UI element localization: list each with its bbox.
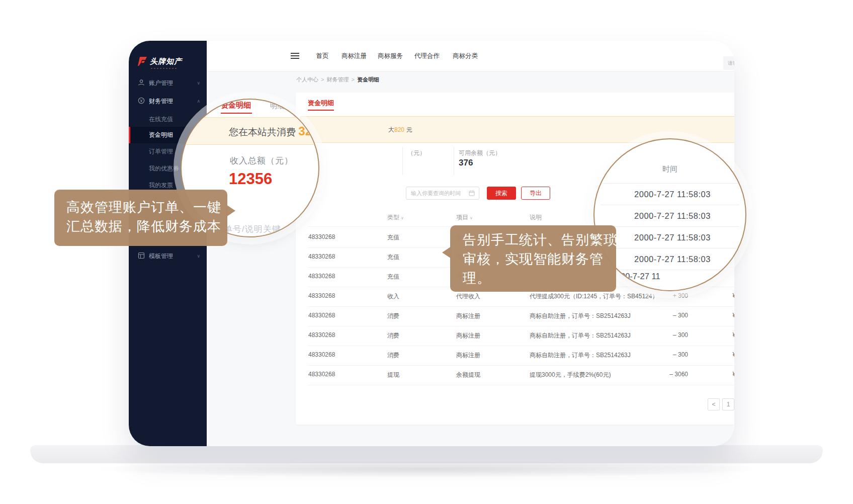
magnifier-circle-right: 时间 2000-7-27 11:58:03 2000-7-27 11:58:03… [593, 138, 746, 291]
nav-item-trademark-register[interactable]: 商标注册 [339, 41, 369, 71]
breadcrumb-current: 资金明细 [357, 76, 379, 82]
sort-caret-icon: ∨ [470, 216, 473, 220]
pagination-prev-button[interactable]: < [708, 398, 720, 410]
active-indicator-bar [129, 127, 130, 143]
calendar-icon [469, 190, 475, 196]
magnified-notice-bar: 您在本站共消费 32124 [181, 117, 319, 145]
breadcrumb-personal-center[interactable]: 个人中心 [296, 76, 318, 82]
magnified-time-value: 2000-7-27 11:58:03 [615, 255, 730, 265]
breadcrumb-finance[interactable]: 财务管理 [326, 76, 349, 82]
notice-text-fragment: 大820 元 [388, 126, 412, 134]
nav-item-home[interactable]: 首页 [312, 41, 332, 71]
col-header-type[interactable]: 类型∨ [387, 213, 404, 222]
callout-text-line: 告别手工统计、告别繁琐 [463, 230, 616, 249]
callout-pointer-left [442, 246, 451, 259]
pagination-page-1[interactable]: 1 [722, 398, 734, 410]
expense-label-fragment: （元） [407, 149, 425, 157]
magnified-income-label: 收入总额（元） [230, 155, 293, 166]
col-header-project[interactable]: 项目∨ [456, 213, 473, 222]
search-button[interactable]: 搜索 [487, 187, 516, 200]
magnified-income-value: 12356 [229, 170, 272, 188]
callout-text-line: 高效管理账户订单、一键 [66, 198, 227, 217]
callout-text-line: 理。 [463, 269, 616, 288]
sidebar-item-template[interactable]: 模板管理 ∨ [129, 250, 207, 262]
sort-caret-icon: ∨ [401, 216, 404, 220]
magnified-tab-underline [221, 113, 252, 114]
col-header-desc: 说明 [530, 213, 542, 222]
sidebar-item-account[interactable]: 账户管理 ∨ [129, 77, 207, 89]
sidebar-item-label: 财务管理 [149, 95, 173, 107]
magnified-notice-text: 您在本站共消费 32124 [229, 124, 319, 139]
balance-label: 可用余额（元） [459, 149, 501, 157]
chevron-up-icon: ∧ [197, 95, 200, 107]
table-line [308, 365, 734, 366]
balance-value: 376 [459, 158, 473, 168]
finance-icon [138, 97, 145, 104]
brand-name: 头牌知产 [150, 57, 182, 66]
callout-text-line: 汇总数据，降低财务成本 [66, 217, 227, 236]
callout-bubble-left: 高效管理账户订单、一键 汇总数据，降低财务成本 [54, 190, 227, 246]
nav-item-trademark-service[interactable]: 商标服务 [375, 41, 405, 71]
chevron-down-icon: ∨ [197, 250, 200, 262]
magnified-time-value: 2000-7-27 11:58:03 [615, 211, 730, 221]
brand-logo-icon [137, 56, 148, 67]
search-input[interactable] [723, 56, 734, 70]
breadcrumb: 个人中心>财务管理>资金明细 [296, 76, 379, 83]
tab-fund-details[interactable]: 资金明细 [308, 99, 334, 108]
chevron-down-icon: ∨ [197, 77, 200, 89]
marketing-screenshot: 头牌知产 账户管理 ∨ 财务管理 ∧ 在线充值 [0, 0, 853, 504]
nav-item-trademark-category[interactable]: 商标分类 [450, 41, 480, 71]
sidebar-item-label: 账户管理 [149, 77, 173, 89]
callout-bubble-right: 告别手工统计、告别繁琐 审核，实现智能财务管 理。 [450, 225, 616, 292]
nav-item-agent-cooperation[interactable]: 代理合作 [412, 41, 442, 71]
table-line [308, 346, 734, 346]
template-icon [138, 252, 145, 259]
table-line [308, 306, 734, 307]
magnified-row-line [601, 205, 739, 205]
magnified-row-line [601, 248, 739, 248]
magnified-row-line [601, 183, 739, 184]
sidebar-item-finance[interactable]: 财务管理 ∧ [129, 95, 207, 107]
logo: 头牌知产 [137, 56, 202, 71]
table-line [308, 326, 734, 326]
tab-active-underline [308, 110, 334, 111]
laptop-shadow [86, 461, 767, 478]
magnified-time-value: 2000-7-27 11:58:03 [615, 190, 730, 200]
export-button[interactable]: 导出 [521, 187, 550, 200]
user-icon [138, 79, 145, 86]
magnified-row-line [601, 270, 739, 270]
magnified-time-header: 时间 [594, 164, 745, 174]
logo-caption [151, 68, 177, 69]
stats-divider [454, 147, 454, 175]
sidebar-item-online-recharge[interactable]: 在线充值 [129, 113, 207, 125]
magnified-time-value: 2000-7-27 11:58:03 [615, 233, 730, 243]
magnified-row-line [601, 226, 739, 227]
callout-pointer-right [226, 205, 235, 217]
table-line [308, 385, 734, 385]
callout-text-line: 审核，实现智能财务管 [463, 249, 616, 269]
sidebar-item-label: 模板管理 [149, 250, 173, 262]
top-navbar: 首页 商标注册 商标服务 代理合作 商标分类 [207, 41, 734, 71]
stats-divider [402, 147, 403, 175]
menu-icon[interactable] [291, 53, 299, 59]
